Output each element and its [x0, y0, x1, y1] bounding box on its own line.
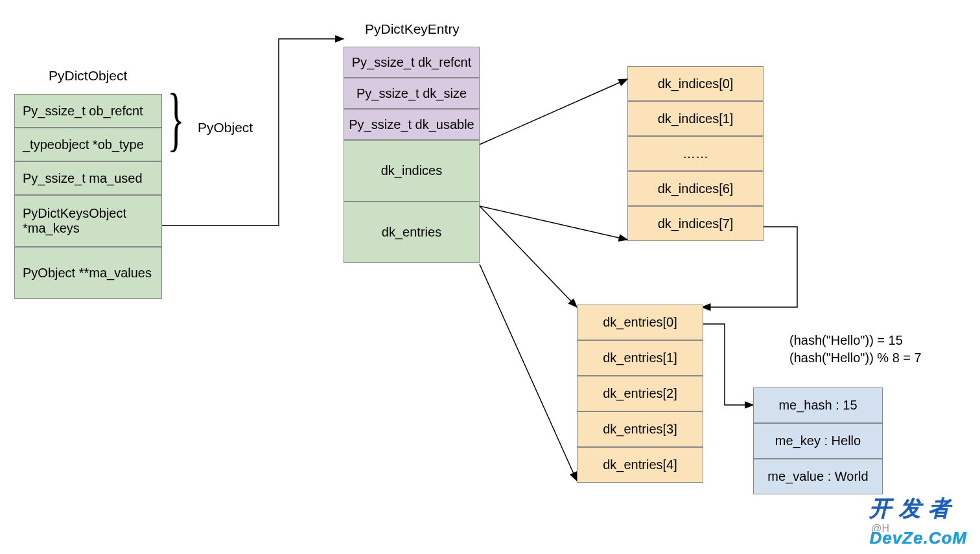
svg-line-1: [480, 79, 627, 144]
watermark-logo: 开 发 者 DevZe.CoM: [869, 494, 967, 549]
me-key: me_key : Hello: [753, 423, 883, 459]
field-ma-values: PyObject **ma_values: [14, 247, 162, 299]
dk-entries-array: dk_entries[0] dk_entries[1] dk_entries[2…: [577, 305, 703, 483]
hash-line1: (hash("Hello")) = 15: [789, 332, 922, 349]
field-dk-size: Py_ssize_t dk_size: [344, 78, 480, 109]
field-dk-entries: dk_entries: [344, 202, 480, 263]
field-ma-keys-line2: *ma_keys: [23, 221, 80, 236]
svg-line-2: [480, 206, 627, 240]
field-dk-refcnt: Py_ssize_t dk_refcnt: [344, 47, 480, 78]
indices-dots: ……: [627, 136, 764, 171]
field-ma-used: Py_ssize_t ma_used: [14, 161, 162, 195]
field-ob-type: _typeobject *ob_type: [14, 128, 162, 161]
title-pydictobject: PyDictObject: [49, 68, 127, 84]
watermark-en: DevZe.CoM: [869, 528, 967, 548]
me-hash: me_hash : 15: [753, 387, 883, 423]
hash-explanation: (hash("Hello")) = 15 (hash("Hello")) % 8…: [789, 332, 922, 367]
svg-line-3: [480, 206, 577, 307]
pydictkeyentry-struct: Py_ssize_t dk_refcnt Py_ssize_t dk_size …: [344, 47, 480, 263]
entries-2: dk_entries[2]: [577, 376, 703, 411]
field-dk-usable: Py_ssize_t dk_usable: [344, 109, 480, 140]
field-ma-keys-line1: PyDictKeysObject: [23, 206, 126, 221]
field-ob-refcnt: Py_ssize_t ob_refcnt: [14, 94, 162, 128]
entries-0: dk_entries[0]: [577, 305, 703, 340]
value-struct: me_hash : 15 me_key : Hello me_value : W…: [753, 387, 883, 494]
pydictobject-struct: Py_ssize_t ob_refcnt _typeobject *ob_typ…: [14, 94, 162, 299]
svg-line-4: [480, 264, 577, 481]
dk-indices-array: dk_indices[0] dk_indices[1] …… dk_indice…: [627, 66, 764, 241]
entries-4: dk_entries[4]: [577, 447, 703, 483]
entries-1: dk_entries[1]: [577, 340, 703, 376]
title-pyobject: PyObject: [198, 120, 253, 135]
indices-0: dk_indices[0]: [627, 66, 764, 101]
watermark-cn: 开 发 者: [869, 496, 951, 520]
entries-3: dk_entries[3]: [577, 411, 703, 447]
indices-1: dk_indices[1]: [627, 101, 764, 136]
field-dk-indices: dk_indices: [344, 140, 480, 202]
me-value: me_value : World: [753, 459, 883, 494]
brace-icon: }: [167, 78, 184, 160]
indices-6: dk_indices[6]: [627, 171, 764, 206]
title-pydictkeyentry: PyDictKeyEntry: [365, 21, 460, 37]
hash-line2: (hash("Hello")) % 8 = 7: [789, 349, 922, 367]
field-ma-keys: PyDictKeysObject *ma_keys: [14, 195, 162, 247]
indices-7: dk_indices[7]: [627, 206, 764, 241]
